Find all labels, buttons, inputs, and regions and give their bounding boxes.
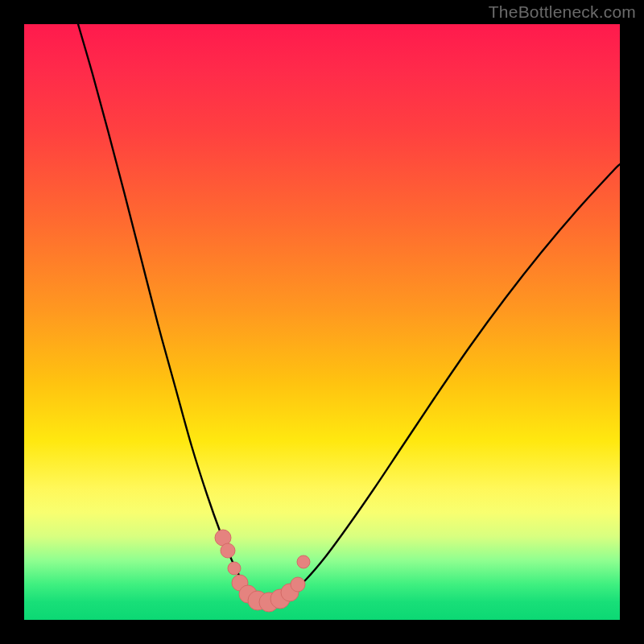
plot-area: [24, 24, 620, 620]
gradient-background: [24, 24, 620, 620]
watermark-label: TheBottleneck.com: [489, 2, 636, 22]
chart-frame: TheBottleneck.com: [0, 0, 644, 644]
